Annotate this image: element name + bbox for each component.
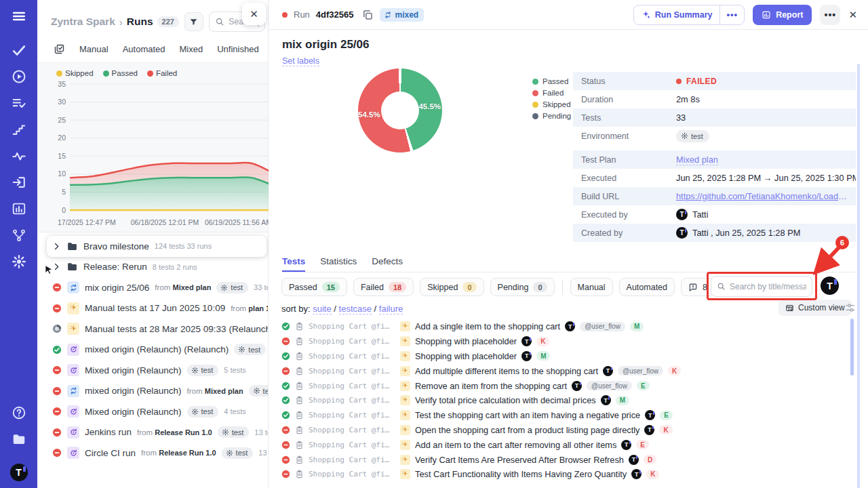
- tab-defects[interactable]: Defects: [372, 256, 403, 272]
- test-row[interactable]: Shopping Cart @first… Shopping with plac…: [281, 349, 850, 364]
- runs-list-item[interactable]: Manual tests at 17 Jun 2025 10:09from pl…: [37, 298, 268, 319]
- test-title[interactable]: Verify total price calculation with deci…: [415, 395, 596, 405]
- test-suite[interactable]: Shopping Cart @first…: [309, 367, 391, 375]
- runs-list-item[interactable]: Bravo milestone124 tests 33 runs: [47, 236, 267, 257]
- test-row[interactable]: Shopping Cart @first… Add a single item …: [281, 319, 850, 334]
- test-title[interactable]: Add a single item to the shopping cart: [415, 321, 560, 331]
- sidebar-suites-list-icon[interactable]: [12, 96, 26, 110]
- runs-list-item[interactable]: Mixed origin (Relaunch)test4 tests: [37, 401, 268, 422]
- filter-chip-pending[interactable]: Pending0: [490, 278, 555, 296]
- test-title[interactable]: Shopping with placeholder: [415, 351, 517, 361]
- sidebar-tests-check-icon[interactable]: [12, 43, 26, 58]
- runs-list-item[interactable]: Release: Rerun8 tests 2 runs: [37, 257, 268, 278]
- test-title[interactable]: Verify Cart Items Are Preserved After Br…: [415, 455, 624, 465]
- test-title[interactable]: Shopping with placeholder: [415, 336, 517, 346]
- sidebar-settings-gear-icon[interactable]: [12, 254, 26, 269]
- filter-chip-manual[interactable]: Manual: [570, 278, 613, 296]
- runs-tab-mixed[interactable]: Mixed: [180, 44, 203, 54]
- panel-close-button[interactable]: ✕: [242, 3, 266, 25]
- report-button[interactable]: Report: [753, 5, 812, 25]
- runs-list-item[interactable]: mixed origin (Relaunch) (Relaunch)test: [37, 340, 268, 361]
- breadcrumb-project[interactable]: Zyntra Spark: [51, 16, 115, 28]
- sidebar-projects-folder-icon[interactable]: [12, 432, 26, 447]
- tests-search[interactable]: [711, 276, 812, 297]
- panel-scrollbar-track[interactable]: [857, 64, 860, 488]
- sidebar-help-icon[interactable]: [12, 405, 26, 420]
- test-suite[interactable]: Shopping Cart @first…: [309, 455, 391, 464]
- test-title[interactable]: Open the shopping cart from a product li…: [415, 425, 639, 435]
- svg-text:06/19/2025 11:56 AM: 06/19/2025 11:56 AM: [205, 218, 272, 226]
- sidebar-integrations-branch-icon[interactable]: [12, 228, 26, 243]
- runs-list-item[interactable]: mix origin 25/06from Mixed plantest33 te…: [37, 277, 268, 298]
- test-suite[interactable]: Shopping Cart @first…: [309, 426, 391, 434]
- runs-list-item[interactable]: mixed origin (Relaunch)from Mixed plante…: [37, 381, 268, 402]
- runs-tab-automated[interactable]: Automated: [123, 44, 165, 54]
- runs-tab-manual[interactable]: Manual: [79, 44, 108, 54]
- filter-chip-passed[interactable]: Passed15: [281, 278, 347, 296]
- test-suite[interactable]: Shopping Cart @first…: [309, 322, 391, 331]
- test-suite[interactable]: Shopping Cart @first…: [309, 470, 391, 479]
- test-suite[interactable]: Shopping Cart @first…: [309, 382, 391, 390]
- runs-list-item[interactable]: Jenkins runfrom Release Run 1.0test13 te…: [37, 422, 268, 443]
- chevron-right-icon[interactable]: [52, 242, 61, 251]
- column-settings-icon[interactable]: [845, 302, 856, 313]
- run-relaunch-icon: [67, 426, 79, 439]
- comment-exclaim-chip[interactable]: 8: [681, 278, 715, 296]
- test-row[interactable]: Shopping Cart @first… Open the shopping …: [281, 423, 850, 438]
- sidebar-runs-play-icon[interactable]: [12, 69, 26, 84]
- test-suite[interactable]: Shopping Cart @first…: [309, 352, 391, 361]
- build-url-link[interactable]: https://github.com/TetianaKhomenko/Load-…: [676, 191, 849, 201]
- runs-tab-unfinished[interactable]: Unfinished: [217, 44, 258, 54]
- sidebar-user-avatar[interactable]: T: [10, 464, 28, 481]
- test-suite[interactable]: Shopping Cart @first…: [309, 337, 391, 346]
- test-suite[interactable]: Shopping Cart @first…: [309, 411, 391, 420]
- more-actions-button[interactable]: •••: [820, 5, 840, 25]
- test-row[interactable]: Shopping Cart @first… Test the shopping …: [281, 408, 850, 423]
- test-row[interactable]: Shopping Cart @first… Test Cart Function…: [281, 467, 850, 482]
- runs-list-item[interactable]: Circle CI runfrom Release Run 1.0test13 …: [37, 443, 268, 464]
- filter-button[interactable]: [184, 12, 203, 31]
- run-summary-more-button[interactable]: •••: [719, 5, 744, 24]
- test-plan-link[interactable]: Mixed plan: [676, 155, 718, 165]
- select-all-icon[interactable]: [54, 43, 65, 55]
- run-summary-button[interactable]: Run Summary •••: [633, 5, 745, 25]
- copy-run-id-button[interactable]: [361, 9, 374, 21]
- tab-statistics[interactable]: Statistics: [320, 256, 357, 272]
- set-labels-link[interactable]: Set labels: [282, 56, 319, 66]
- test-title[interactable]: Add an item to the cart after removing a…: [415, 440, 616, 450]
- sidebar-dashboards-chart-icon[interactable]: [12, 201, 26, 216]
- custom-view-button[interactable]: Custom view: [778, 300, 852, 316]
- filter-chip-failed[interactable]: Failed18: [353, 278, 414, 296]
- tests-search-input[interactable]: [730, 282, 806, 291]
- close-detail-button[interactable]: ✕: [848, 9, 857, 21]
- filter-chip-automated[interactable]: Automated: [619, 278, 675, 296]
- assignee-avatar: T: [603, 366, 613, 376]
- test-row[interactable]: Shopping Cart @first… Add multiple diffe…: [281, 363, 850, 378]
- failed-dot: [676, 79, 682, 84]
- test-title[interactable]: Remove an item from the shopping cart: [415, 381, 567, 391]
- sort-by-testcase[interactable]: testcase: [339, 304, 372, 314]
- sort-by-failure[interactable]: failure: [379, 304, 403, 314]
- tab-tests[interactable]: Tests: [282, 256, 305, 272]
- test-title[interactable]: Test the shopping cart with an item havi…: [415, 410, 640, 420]
- test-row[interactable]: Shopping Cart @first… Shopping with plac…: [281, 334, 850, 349]
- sidebar-milestones-steps-icon[interactable]: [12, 122, 26, 137]
- test-title[interactable]: Test Cart Functionality with Items Havin…: [415, 469, 627, 479]
- sort-by-suite[interactable]: suite: [313, 304, 331, 314]
- breadcrumb-section[interactable]: Runs: [127, 16, 153, 28]
- filter-chip-skipped[interactable]: Skipped0: [420, 278, 484, 296]
- sidebar-launcher-import-icon[interactable]: [12, 175, 26, 190]
- test-row[interactable]: Shopping Cart @first… Verify total price…: [281, 393, 850, 408]
- sidebar-hamburger-menu-icon[interactable]: [12, 9, 26, 24]
- test-title[interactable]: Add multiple different items to the shop…: [415, 366, 598, 376]
- test-suite[interactable]: Shopping Cart @first…: [309, 396, 391, 405]
- runs-list-item[interactable]: Mixed origin (Relaunch)test5 tests: [37, 360, 268, 381]
- tests-scrollbar-thumb[interactable]: [850, 319, 854, 375]
- user-avatar[interactable]: T: [821, 277, 839, 295]
- test-suite[interactable]: Shopping Cart @first…: [309, 441, 391, 449]
- test-row[interactable]: Shopping Cart @first… Add an item to the…: [281, 437, 850, 452]
- test-row[interactable]: Shopping Cart @first… Verify Cart Items …: [281, 452, 850, 467]
- sidebar-activity-pulse-icon[interactable]: [12, 148, 26, 163]
- test-row[interactable]: Shopping Cart @first… Remove an item fro…: [281, 378, 850, 393]
- runs-list-item[interactable]: Manual tests at 28 Mar 2025 09:33 (Relau…: [37, 319, 268, 340]
